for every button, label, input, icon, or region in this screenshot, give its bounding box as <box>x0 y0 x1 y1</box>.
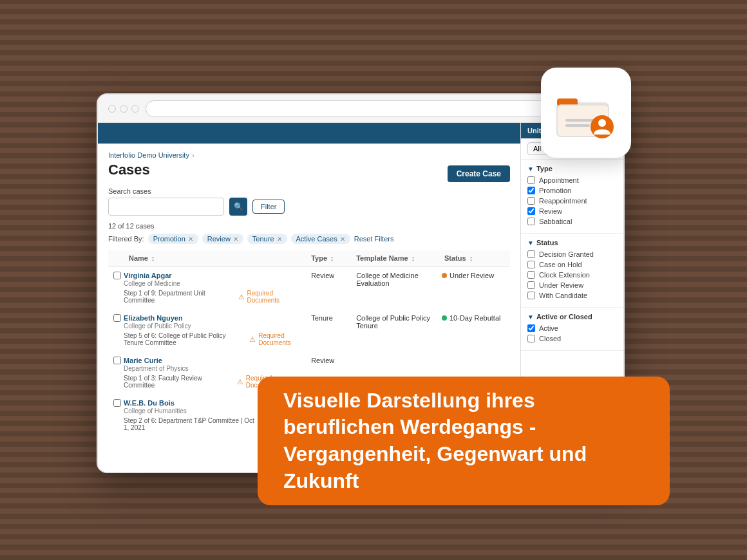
th-status[interactable]: Status ↕ <box>439 250 510 266</box>
step-text-1: Step 5 of 6: College of Public Policy Te… <box>124 332 247 346</box>
chevron-active-icon: ▼ <box>527 313 534 321</box>
under-review-label: Under Review <box>539 281 583 289</box>
filter-status-section: ▼ Status Decision Granted Case on Hold C… <box>521 234 623 308</box>
th-name[interactable]: Name ↕ <box>124 250 306 266</box>
status-dot-1 <box>442 315 447 321</box>
reset-filters-link[interactable]: Reset Filters <box>354 235 394 243</box>
search-input[interactable] <box>108 198 224 216</box>
dot-3 <box>131 105 139 113</box>
checkbox-under-review[interactable] <box>527 281 535 289</box>
checkbox-review[interactable] <box>527 207 535 215</box>
filter-type-title[interactable]: ▼ Type <box>527 165 617 173</box>
tag-promotion-label: Promotion <box>153 235 185 243</box>
reappointment-label: Reappointment <box>539 197 587 205</box>
th-checkbox <box>108 250 124 266</box>
th-type[interactable]: Type ↕ <box>306 250 351 266</box>
step-text-0: Step 1 of 9: Department Unit Committee <box>124 290 236 304</box>
tag-active-cases[interactable]: Active Cases ✕ <box>291 234 350 244</box>
tag-tenure-close[interactable]: ✕ <box>277 236 282 243</box>
tag-review-close[interactable]: ✕ <box>233 236 238 243</box>
create-case-button[interactable]: Create Case <box>448 165 510 182</box>
search-button[interactable]: 🔍 <box>229 198 247 216</box>
tag-review-label: Review <box>207 235 231 243</box>
status-text-0: Under Review <box>449 272 494 279</box>
checkbox-with-candidate[interactable] <box>527 292 535 299</box>
svg-rect-4 <box>565 124 590 127</box>
filter-status-title[interactable]: ▼ Status <box>527 239 617 247</box>
active-label: Active <box>539 324 558 332</box>
checkbox-appointment[interactable] <box>527 176 535 184</box>
chevron-status-icon: ▼ <box>527 239 534 247</box>
filter-option-sabbatical: Sabbatical <box>527 218 617 225</box>
closed-label: Closed <box>539 335 561 342</box>
filter-option-reappointment: Reappointment <box>527 197 617 205</box>
sabbatical-label: Sabbatical <box>539 218 572 225</box>
active-closed-label: Active or Closed <box>536 313 592 321</box>
browser-dots <box>108 105 139 113</box>
checkbox-case-on-hold[interactable] <box>527 261 535 268</box>
filter-type-section: ▼ Type Appointment Promotion Reappointme… <box>521 160 623 234</box>
promotion-label: Promotion <box>539 187 571 194</box>
svg-point-6 <box>598 119 606 127</box>
row-checkbox-2[interactable] <box>113 357 121 364</box>
filter-decision-granted: Decision Granted <box>527 250 617 258</box>
warning-text-0: Required Documents <box>247 290 307 304</box>
checkbox-active[interactable] <box>527 324 535 332</box>
checkbox-clock-extension[interactable] <box>527 271 535 279</box>
warning-text-1: Required Documents <box>258 332 306 346</box>
orange-box: Visuelle Darstellung ihres beruflichen W… <box>258 377 670 505</box>
filter-active: Active <box>527 324 617 332</box>
tag-tenure[interactable]: Tenure ✕ <box>247 234 287 244</box>
search-row: 🔍 Filter <box>108 198 510 216</box>
tag-active-cases-close[interactable]: ✕ <box>340 236 345 243</box>
status-dot-0 <box>442 273 447 278</box>
case-dept-3: College of Humanities <box>124 407 187 415</box>
row-checkbox-0[interactable] <box>113 272 121 279</box>
checkbox-promotion[interactable] <box>527 187 535 194</box>
case-dept-2: Department of Physics <box>124 365 189 372</box>
tag-promotion[interactable]: Promotion ✕ <box>148 234 198 244</box>
row-checkbox-3[interactable] <box>113 399 121 407</box>
table-row: Elizabeth Nguyen College of Public Polic… <box>108 309 510 351</box>
case-name-0[interactable]: Virginia Apgar <box>124 272 306 279</box>
filter-case-on-hold: Case on Hold <box>527 261 617 268</box>
checkbox-decision-granted[interactable] <box>527 250 535 258</box>
case-count: 12 of 12 cases <box>108 222 510 230</box>
table-head: Name ↕ Type ↕ Template Name ↕ Status ↕ <box>108 250 510 266</box>
breadcrumb-link[interactable]: Interfolio Demo University <box>108 151 189 159</box>
breadcrumb: Interfolio Demo University › <box>108 151 510 159</box>
search-label: Search cases <box>108 187 510 195</box>
case-dept-1: College of Public Policy <box>124 322 191 330</box>
breadcrumb-arrow: › <box>192 151 194 159</box>
case-name-2[interactable]: Marie Curie <box>124 357 306 364</box>
warning-icon-2: ⚠ <box>237 378 243 386</box>
filter-by-label: Filtered By: <box>108 235 144 243</box>
warning-icon-0: ⚠ <box>238 293 245 301</box>
tag-promotion-close[interactable]: ✕ <box>188 236 193 243</box>
checkbox-reappointment[interactable] <box>527 197 535 205</box>
checkbox-closed[interactable] <box>527 335 535 342</box>
table-row: Virginia Apgar College of Medicine Step … <box>108 266 510 310</box>
filter-button[interactable]: Filter <box>252 200 285 214</box>
tag-review[interactable]: Review ✕ <box>202 234 243 244</box>
decision-granted-label: Decision Granted <box>539 250 594 258</box>
filter-tags: Filtered By: Promotion ✕ Review ✕ Tenure… <box>108 234 510 244</box>
warning-icon-1: ⚠ <box>249 335 256 344</box>
folder-icon-wrapper <box>541 68 631 158</box>
filter-active-closed-title[interactable]: ▼ Active or Closed <box>527 313 617 321</box>
folder-icon <box>554 80 618 145</box>
case-name-1[interactable]: Elizabeth Nguyen <box>124 314 306 322</box>
row-checkbox-1[interactable] <box>113 314 121 322</box>
page-title: Cases <box>108 162 150 178</box>
step-text-2: Step 1 of 3: Faculty Review Committee <box>124 375 234 389</box>
th-template[interactable]: Template Name ↕ <box>351 250 439 266</box>
type-section-label: Type <box>536 165 553 173</box>
checkbox-sabbatical[interactable] <box>527 218 535 225</box>
tag-tenure-label: Tenure <box>252 235 274 243</box>
filter-option-promotion: Promotion <box>527 187 617 194</box>
orange-box-text: Visuelle Darstellung ihres beruflichen W… <box>283 387 644 494</box>
status-text-1: 10-Day Rebuttal <box>449 314 501 322</box>
dot-2 <box>120 105 128 113</box>
filter-option-review: Review <box>527 207 617 215</box>
search-section: Search cases 🔍 Filter <box>108 187 510 216</box>
